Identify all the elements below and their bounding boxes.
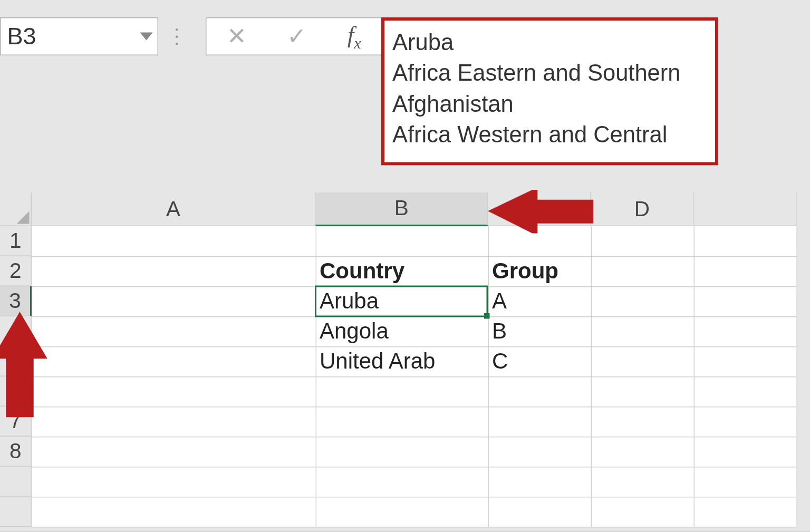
cancel-icon: ✕ (227, 25, 247, 49)
fill-handle[interactable] (484, 313, 490, 319)
row-header-1[interactable]: 1 (0, 226, 32, 256)
row-header-6[interactable]: 6 (0, 376, 32, 407)
row-header-5[interactable]: 5 (0, 346, 32, 376)
cell-B3[interactable]: Aruba (316, 286, 488, 316)
cell-C5[interactable]: C (488, 346, 591, 376)
enter-icon: ✓ (287, 25, 307, 49)
col-header-A[interactable]: A (32, 192, 316, 227)
row-header-2[interactable]: 2 (0, 256, 32, 286)
cell-B5[interactable]: United Arab (316, 346, 488, 376)
name-box-dropdown-icon[interactable] (140, 33, 153, 41)
col-header-extra[interactable] (694, 192, 797, 227)
formula-bar-separator (170, 17, 183, 55)
dropdown-item[interactable]: Africa Western and Central (392, 120, 707, 151)
cell-C4[interactable]: B (488, 316, 591, 346)
col-header-B[interactable]: B (316, 192, 488, 227)
col-header-C[interactable]: C (488, 192, 591, 227)
row-header-3[interactable]: 3 (0, 286, 32, 316)
select-all-corner[interactable] (0, 192, 32, 227)
dropdown-item[interactable]: Africa Eastern and Southern (392, 58, 707, 89)
cell-C2[interactable]: Group (488, 256, 591, 286)
name-box[interactable]: B3 (0, 17, 158, 55)
row-header-7[interactable]: 7 (0, 407, 32, 437)
formula-bar-buttons: ✕ ✓ fx (206, 17, 381, 55)
name-box-value: B3 (7, 23, 36, 50)
cell-C3[interactable]: A (488, 286, 591, 316)
row-header-4[interactable]: 4 (0, 316, 32, 346)
dropdown-item[interactable]: Aruba (392, 27, 707, 58)
row-header-extra[interactable] (0, 497, 32, 527)
cell-B2[interactable]: Country (316, 256, 488, 286)
insert-function-button[interactable]: fx (348, 21, 361, 52)
dropdown-item[interactable]: Afghanistan (392, 89, 707, 120)
cell-B4[interactable]: Angola (316, 316, 488, 346)
col-header-D[interactable]: D (591, 192, 694, 227)
validation-dropdown-list[interactable]: Aruba Africa Eastern and Southern Afghan… (381, 17, 718, 165)
row-header-8[interactable]: 8 (0, 437, 32, 467)
row-header-extra[interactable] (0, 467, 32, 497)
